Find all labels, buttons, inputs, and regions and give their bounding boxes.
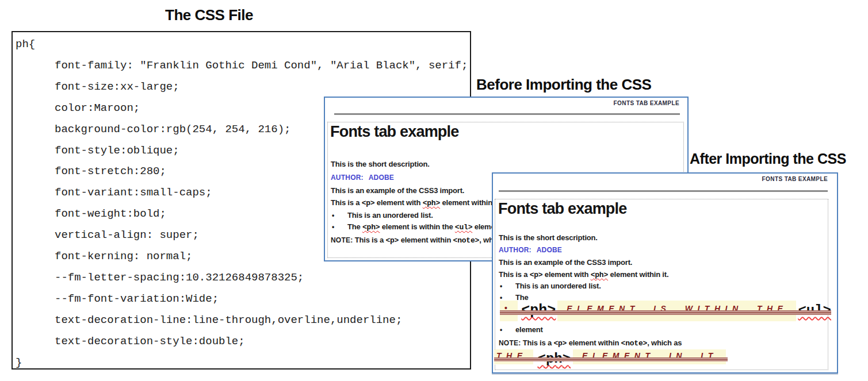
- note-tag: <note>: [453, 236, 480, 245]
- text-segment: This is a: [499, 270, 530, 279]
- code-line: text-decoration-style:double;: [13, 331, 470, 352]
- header-rule: [334, 113, 680, 115]
- list-item-text: This is an unordered list.: [515, 282, 601, 290]
- text-segment: , which as: [647, 338, 682, 347]
- styled-phrase: ELEMENT IN IT: [573, 349, 726, 364]
- note-tag: <note>: [621, 339, 648, 348]
- after-preview-panel: FONTS TAB EXAMPLE Fonts tab example This…: [492, 172, 838, 374]
- list-item: •This is an unordered list.: [331, 211, 433, 220]
- code-line: --fm-letter-spacing:10.32126849878325;: [13, 267, 470, 288]
- p-tag: <p>: [362, 199, 375, 207]
- styled-phrase: THE: [494, 349, 533, 364]
- bullet-icon: •: [331, 223, 347, 231]
- ph-tag: <ph>: [423, 199, 440, 207]
- ph-tag: <ph>: [591, 271, 608, 279]
- p-tag: <p>: [530, 271, 543, 279]
- header-rule: [499, 190, 828, 192]
- text-segment: element within it.: [608, 270, 668, 279]
- text-segment: This is a: [331, 198, 362, 207]
- note-line: NOTE: This is a <p> element within <note…: [499, 338, 682, 348]
- p-tag: <p>: [553, 339, 567, 348]
- note-line: NOTE: This is a <p> element within <note…: [331, 236, 514, 245]
- text-segment: element within: [399, 236, 453, 244]
- short-description: This is the short description.: [331, 160, 430, 168]
- text-segment: element with: [542, 270, 590, 279]
- ul-tag: <ul>: [455, 223, 472, 232]
- list-item: •This is an unordered list.: [499, 282, 601, 290]
- note-label: NOTE:: [499, 339, 521, 347]
- doc-heading: Fonts tab example: [498, 200, 626, 218]
- bullet-icon: •: [331, 211, 347, 220]
- text-segment: This is a: [523, 338, 554, 347]
- text-segment: This is a: [355, 236, 386, 244]
- short-description: This is the short description.: [499, 233, 598, 242]
- example-line: This is an example of the CSS3 import.: [499, 258, 632, 267]
- running-header: FONTS TAB EXAMPLE: [614, 100, 679, 106]
- code-line-close: }: [13, 352, 470, 374]
- code-line: font-family: "Franklin Gothic Demi Cond"…: [13, 55, 470, 76]
- paragraph-line: This is a <p> element with <ph> element …: [331, 198, 500, 207]
- css-file-title: The CSS File: [165, 6, 253, 24]
- doc-heading: Fonts tab example: [330, 123, 458, 141]
- text-decoration-band: [500, 310, 831, 315]
- author-line: AUTHOR:ADOBE: [331, 174, 394, 182]
- author-label: AUTHOR:: [331, 174, 364, 182]
- list-item: •element: [499, 325, 543, 334]
- author-value: ADOBE: [369, 174, 394, 182]
- code-line: --fm-font-variation:Wide;: [13, 288, 470, 310]
- paragraph-line: This is a <p> element with <ph> element …: [499, 270, 668, 279]
- author-value: ADOBE: [537, 246, 562, 254]
- code-line-open: ph{: [13, 34, 470, 55]
- code-line: text-decoration-line:line-through,overli…: [13, 310, 470, 331]
- before-import-title: Before Importing the CSS: [476, 76, 651, 94]
- list-item: •The <ph> element is within the <ul> ele…: [331, 222, 502, 232]
- list-item-text: This is an unordered list.: [347, 211, 433, 220]
- author-line: AUTHOR:ADOBE: [499, 246, 562, 254]
- text-segment: element is within the: [380, 222, 454, 231]
- text-segment: The: [347, 222, 362, 231]
- ph-tag: <ph>: [362, 223, 380, 232]
- bullet-icon: •: [499, 282, 515, 290]
- after-import-title: After Importing the CSS: [690, 151, 846, 167]
- styled-ph-row: • <ph> ELEMENT IS WITHIN THE <ul>: [500, 301, 831, 322]
- text-decoration-band: [494, 357, 728, 361]
- example-line: This is an example of the CSS3 import.: [331, 186, 464, 195]
- running-header: FONTS TAB EXAMPLE: [762, 176, 828, 182]
- styled-ph-row: THE <ph> ELEMENT IN IT: [494, 349, 728, 365]
- text-segment: element with: [374, 198, 422, 207]
- note-label: NOTE:: [331, 236, 353, 244]
- p-tag: <p>: [385, 236, 399, 245]
- bullet-icon: •: [499, 326, 515, 334]
- code-line: font-size:xx-large;: [13, 76, 470, 98]
- list-item-text: element: [515, 325, 543, 334]
- text-segment: element within: [567, 338, 621, 347]
- author-label: AUTHOR:: [499, 246, 531, 254]
